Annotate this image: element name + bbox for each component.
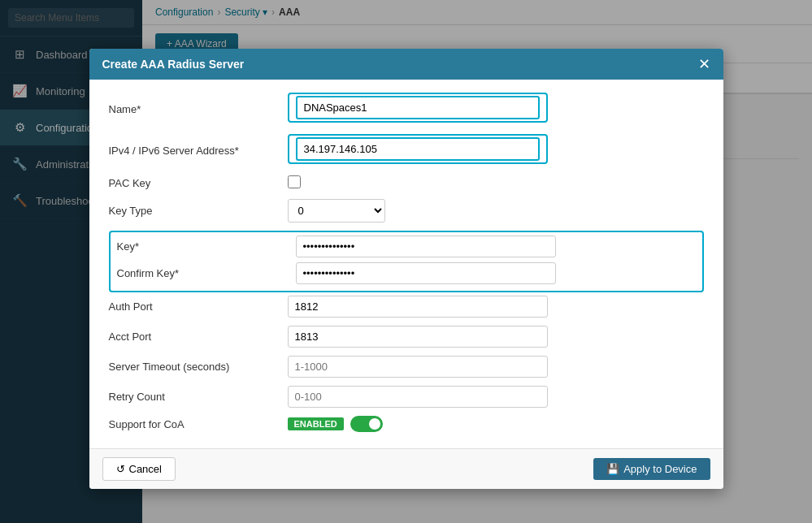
support-coa-toggle[interactable] (350, 416, 383, 432)
name-row: Name* (109, 93, 704, 126)
key-fields-group: Key* Confirm Key* (109, 231, 704, 292)
server-timeout-field-group (288, 356, 548, 378)
ipv4-field-group (288, 134, 548, 164)
modal-header: Create AAA Radius Server ✕ (89, 49, 723, 80)
auth-port-input[interactable] (288, 296, 548, 318)
cancel-label: Cancel (129, 463, 162, 475)
pac-key-row: PAC Key (109, 175, 704, 191)
key-field-group (296, 236, 556, 257)
key-type-select[interactable]: 0 6 7 (288, 199, 385, 223)
modal-close-button[interactable]: ✕ (698, 57, 710, 71)
retry-count-input[interactable] (288, 386, 548, 408)
key-label: Key* (117, 240, 296, 253)
confirm-key-input[interactable] (296, 262, 556, 284)
auth-port-field-group (288, 296, 548, 318)
apply-icon: 💾 (606, 463, 619, 475)
key-type-label: Key Type (109, 205, 288, 217)
retry-count-label: Retry Count (109, 391, 288, 403)
ipv4-row: IPv4 / IPv6 Server Address* (109, 134, 704, 167)
auth-port-label: Auth Port (109, 300, 288, 313)
name-label: Name* (109, 103, 288, 115)
key-type-row: Key Type 0 6 7 (109, 199, 704, 223)
name-input[interactable] (296, 96, 540, 119)
server-timeout-label: Server Timeout (seconds) (109, 361, 288, 373)
acct-port-input[interactable] (288, 326, 548, 348)
pac-key-checkbox-group (288, 175, 548, 191)
modal-backdrop: Create AAA Radius Server ✕ Name* IPv4 / … (0, 0, 812, 523)
create-radius-server-modal: Create AAA Radius Server ✕ Name* IPv4 / … (89, 49, 723, 489)
acct-port-label: Acct Port (109, 331, 288, 343)
apply-button[interactable]: 💾 Apply to Device (593, 458, 710, 480)
modal-body: Name* IPv4 / IPv6 Server Address* PAC Ke… (89, 80, 723, 448)
server-timeout-row: Server Timeout (seconds) (109, 356, 704, 378)
toggle-wrap: ENABLED (288, 416, 548, 432)
support-coa-toggle-group: ENABLED (288, 416, 548, 432)
ipv4-label: IPv4 / IPv6 Server Address* (109, 145, 288, 157)
apply-label: Apply to Device (623, 463, 697, 475)
support-coa-row: Support for CoA ENABLED (109, 416, 704, 432)
undo-icon: ↺ (116, 463, 125, 475)
key-input[interactable] (296, 236, 556, 257)
acct-port-field-group (288, 326, 548, 348)
ipv4-input[interactable] (296, 137, 540, 161)
acct-port-row: Acct Port (109, 326, 704, 348)
retry-count-field-group (288, 386, 548, 408)
toggle-enabled-label: ENABLED (288, 417, 344, 430)
modal-footer: ↺ Cancel 💾 Apply to Device (89, 448, 723, 489)
pac-key-checkbox[interactable] (288, 175, 301, 188)
name-field-group (288, 93, 548, 123)
pac-key-label: PAC Key (109, 177, 288, 189)
confirm-key-label: Confirm Key* (117, 267, 296, 279)
key-row: Key* (117, 236, 696, 257)
support-coa-label: Support for CoA (109, 418, 288, 430)
key-type-select-group: 0 6 7 (288, 199, 548, 223)
modal-title: Create AAA Radius Server (102, 58, 245, 71)
retry-count-row: Retry Count (109, 386, 704, 408)
confirm-key-row: Confirm Key* (117, 262, 696, 284)
auth-port-row: Auth Port (109, 296, 704, 318)
server-timeout-input[interactable] (288, 356, 548, 378)
cancel-button[interactable]: ↺ Cancel (102, 457, 176, 481)
confirm-key-field-group (296, 262, 556, 284)
